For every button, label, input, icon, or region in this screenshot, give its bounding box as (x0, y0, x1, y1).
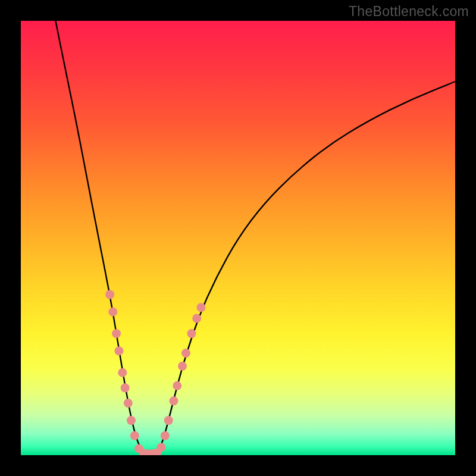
data-marker (114, 346, 123, 355)
data-marker (130, 431, 139, 440)
data-marker (196, 303, 205, 312)
data-marker (156, 443, 165, 452)
data-marker (187, 329, 196, 338)
watermark-text: TheBottleneck.com (349, 4, 469, 20)
data-marker (124, 399, 133, 408)
bottleneck-curve (55, 21, 455, 454)
data-marker (112, 329, 121, 338)
data-marker (118, 368, 127, 377)
chart-frame: TheBottleneck.com (0, 0, 476, 476)
data-marker (127, 416, 136, 425)
data-marker (121, 383, 130, 392)
data-marker (169, 396, 178, 405)
data-marker (181, 349, 190, 358)
plot-area (21, 21, 455, 455)
data-marker (108, 308, 117, 317)
data-marker (105, 290, 114, 299)
chart-svg (21, 21, 455, 455)
data-marker (192, 314, 201, 323)
data-markers (105, 290, 205, 455)
data-marker (173, 381, 181, 390)
data-marker (178, 362, 187, 371)
data-marker (161, 431, 170, 440)
data-marker (164, 416, 173, 425)
